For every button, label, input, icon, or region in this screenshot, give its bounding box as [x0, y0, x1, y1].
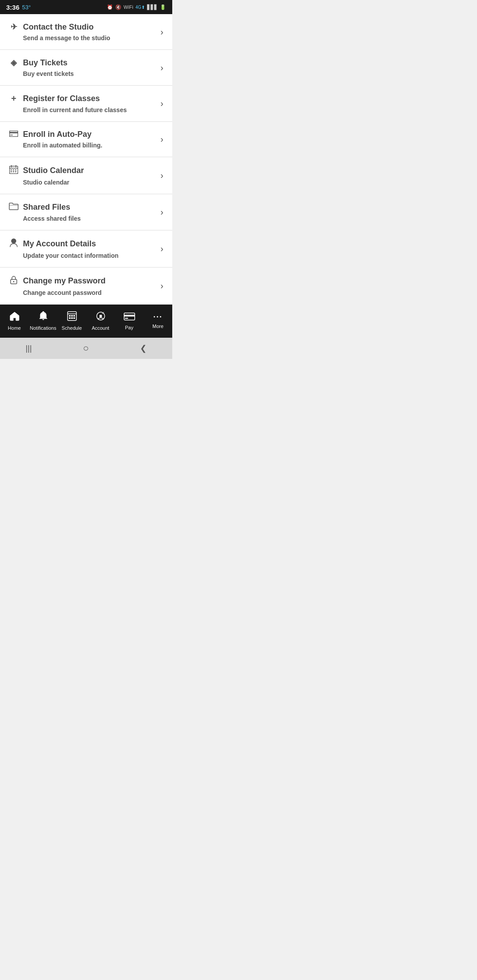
back-button[interactable]: ❮	[140, 343, 147, 353]
shared-files-title: Shared Files	[9, 202, 160, 212]
svg-rect-8	[13, 170, 14, 170]
pay-label: Pay	[125, 325, 133, 330]
schedule-label: Schedule	[62, 325, 82, 331]
plus-icon: +	[9, 94, 19, 104]
account-details-chevron: ›	[160, 244, 163, 254]
change-password-content: Change my Password Change account passwo…	[9, 275, 160, 296]
notifications-icon	[38, 311, 48, 324]
svg-rect-11	[13, 171, 14, 172]
home-button[interactable]: ○	[83, 343, 89, 354]
register-classes-content: + Register for Classes Enroll in current…	[9, 94, 160, 113]
nav-schedule[interactable]: Schedule	[57, 311, 86, 331]
mute-icon: 🔇	[115, 4, 121, 10]
enroll-autopay-item[interactable]: Enroll in Auto-Pay Enroll in automated b…	[0, 122, 172, 157]
buy-tickets-chevron: ›	[160, 63, 163, 73]
main-content: ✈ Contact the Studio Send a message to t…	[0, 14, 172, 305]
svg-rect-28	[124, 315, 135, 317]
signal-icon: ▋▋▋	[147, 4, 158, 10]
contact-studio-item[interactable]: ✈ Contact the Studio Send a message to t…	[0, 14, 172, 50]
status-left: 3:36 53°	[6, 4, 31, 11]
svg-point-13	[11, 239, 16, 243]
shared-files-subtitle: Access shared files	[9, 215, 160, 222]
folder-icon	[9, 202, 19, 212]
svg-rect-16	[42, 311, 44, 313]
shared-files-content: Shared Files Access shared files	[9, 202, 160, 222]
svg-rect-20	[71, 315, 73, 317]
register-classes-subtitle: Enroll in current and future classes	[9, 106, 160, 113]
lock-icon	[9, 275, 19, 286]
nav-more[interactable]: ··· More	[144, 313, 172, 329]
wifi-icon: WiFi	[124, 4, 133, 10]
home-icon	[9, 311, 20, 324]
change-password-item[interactable]: Change my Password Change account passwo…	[0, 268, 172, 305]
register-classes-chevron: ›	[160, 98, 163, 109]
svg-rect-23	[71, 317, 73, 319]
account-label: Account	[92, 325, 110, 331]
svg-rect-12	[15, 171, 16, 172]
svg-rect-29	[125, 318, 128, 319]
buy-tickets-title: ◈ Buy Tickets	[9, 58, 160, 68]
change-password-chevron: ›	[160, 281, 163, 291]
svg-point-15	[13, 281, 15, 283]
svg-rect-0	[10, 131, 18, 137]
change-password-subtitle: Change account password	[9, 289, 160, 296]
user-icon	[9, 238, 19, 249]
contact-studio-title: ✈ Contact the Studio	[9, 22, 160, 32]
home-label: Home	[8, 325, 21, 331]
nav-notifications[interactable]: Notifications	[29, 311, 57, 331]
nav-account[interactable]: Account	[86, 311, 115, 331]
alarm-icon: ⏰	[107, 4, 113, 10]
svg-rect-1	[9, 132, 18, 133]
schedule-icon	[67, 311, 77, 324]
svg-point-26	[99, 315, 102, 317]
studio-calendar-title: Studio Calendar	[9, 165, 160, 176]
shared-files-item[interactable]: Shared Files Access shared files ›	[0, 194, 172, 230]
buy-tickets-content: ◈ Buy Tickets Buy event tickets	[9, 58, 160, 77]
svg-rect-9	[15, 170, 16, 170]
status-time: 3:36	[6, 4, 19, 11]
status-right: ⏰ 🔇 WiFi 4G⬆ ▋▋▋ 🔋	[107, 4, 166, 10]
buy-tickets-item[interactable]: ◈ Buy Tickets Buy event tickets ›	[0, 50, 172, 86]
svg-rect-24	[73, 317, 75, 319]
battery-icon: 🔋	[160, 4, 166, 10]
studio-calendar-item[interactable]: Studio Calendar Studio calendar ›	[0, 157, 172, 194]
enroll-autopay-title: Enroll in Auto-Pay	[9, 130, 160, 139]
shared-files-chevron: ›	[160, 207, 163, 217]
more-icon: ···	[153, 313, 163, 322]
notifications-label: Notifications	[30, 325, 57, 331]
svg-rect-19	[69, 315, 71, 317]
account-details-item[interactable]: My Account Details Update your contact i…	[0, 230, 172, 268]
enroll-autopay-subtitle: Enroll in automated billing.	[9, 142, 160, 149]
account-icon	[96, 311, 106, 324]
svg-rect-22	[69, 317, 71, 319]
change-password-title: Change my Password	[9, 275, 160, 286]
buy-tickets-subtitle: Buy event tickets	[9, 70, 160, 77]
enroll-autopay-content: Enroll in Auto-Pay Enroll in automated b…	[9, 130, 160, 149]
nav-pay[interactable]: Pay	[115, 312, 144, 330]
studio-calendar-subtitle: Studio calendar	[9, 179, 160, 186]
pay-icon	[124, 312, 135, 323]
bottom-nav: Home Notifications Schedule	[0, 305, 172, 338]
svg-rect-7	[11, 170, 12, 170]
register-classes-item[interactable]: + Register for Classes Enroll in current…	[0, 86, 172, 122]
contact-studio-subtitle: Send a message to the studio	[9, 34, 160, 41]
card-icon	[9, 130, 19, 139]
register-classes-title: + Register for Classes	[9, 94, 160, 104]
status-temperature: 53°	[22, 4, 31, 11]
svg-rect-21	[73, 315, 75, 317]
svg-rect-2	[10, 135, 13, 136]
studio-calendar-chevron: ›	[160, 170, 163, 181]
more-label: More	[152, 324, 163, 329]
svg-rect-10	[11, 171, 12, 172]
status-bar: 3:36 53° ⏰ 🔇 WiFi 4G⬆ ▋▋▋ 🔋	[0, 0, 172, 14]
network-icon: 4G⬆	[136, 5, 145, 10]
account-details-content: My Account Details Update your contact i…	[9, 238, 160, 259]
contact-studio-chevron: ›	[160, 27, 163, 37]
ticket-icon: ◈	[9, 58, 19, 68]
recent-apps-button[interactable]: |||	[26, 344, 32, 353]
contact-studio-content: ✈ Contact the Studio Send a message to t…	[9, 22, 160, 41]
account-details-subtitle: Update your contact information	[9, 252, 160, 259]
enroll-autopay-chevron: ›	[160, 134, 163, 144]
studio-calendar-content: Studio Calendar Studio calendar	[9, 165, 160, 186]
nav-home[interactable]: Home	[0, 311, 29, 331]
